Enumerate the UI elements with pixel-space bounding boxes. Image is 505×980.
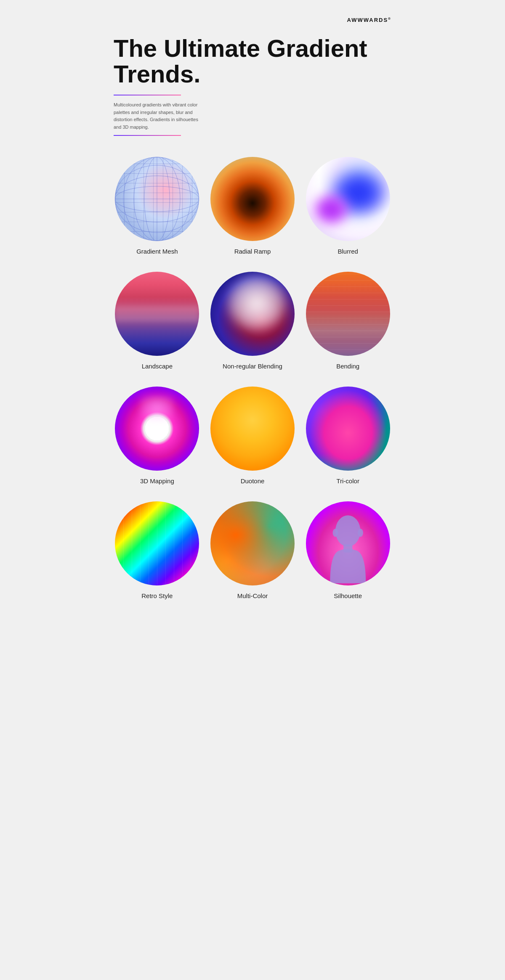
non-regular-circle [210,272,295,356]
svg-point-13 [358,529,363,537]
silhouette-bust-container [306,501,390,585]
duotone-circle [210,387,295,471]
radial-ramp-label: Radial Ramp [234,248,271,255]
svg-point-12 [333,529,338,537]
grid-item-gradient-mesh: Gradient Mesh [114,157,201,255]
grid-item-multi-color: Multi-Color [209,501,296,599]
gradient-mesh-circle [115,157,199,241]
radial-ramp-circle [210,157,295,241]
multi-color-circle [210,501,295,585]
grid-item-non-regular: Non-regular Blending [209,272,296,370]
grid-item-radial-ramp: Radial Ramp [209,157,296,255]
grid-item-silhouette: Silhouette [304,501,391,599]
tri-color-circle [306,387,390,471]
svg-point-10 [335,516,361,547]
hero-divider-bottom [114,135,181,136]
blurred-label: Blurred [338,248,358,255]
grid-item-retro-style: Retro Style [114,501,201,599]
landscape-circle [115,272,199,356]
hero-divider [114,95,181,95]
grid-item-3d-mapping: 3D Mapping [114,387,201,485]
bending-circle [306,272,390,356]
duotone-label: Duotone [241,477,265,485]
retro-style-label: Retro Style [141,592,173,599]
gradient-grid: Gradient Mesh Radial Ramp Blurred Landsc… [114,157,391,599]
hero-title: The Ultimate Gradient Trends. [114,36,391,87]
non-regular-label: Non-regular Blending [223,363,282,370]
landscape-label: Landscape [142,363,173,370]
grid-item-duotone: Duotone [209,387,296,485]
grid-item-tri-color: Tri-color [304,387,391,485]
retro-style-circle [115,501,199,585]
gradient-mesh-label: Gradient Mesh [136,248,178,255]
silhouette-label: Silhouette [334,592,362,599]
grid-item-blurred: Blurred [304,157,391,255]
bending-label: Bending [336,363,359,370]
awwwards-logo: AWWWARDS® [114,17,391,23]
silhouette-circle [306,501,390,585]
grid-item-landscape: Landscape [114,272,201,370]
hero-description: Multicoloured gradients with vibrant col… [114,101,206,131]
grid-item-bending: Bending [304,272,391,370]
3d-mapping-label: 3D Mapping [140,477,174,485]
silhouette-bust-svg [321,514,375,585]
blurred-circle [306,157,390,241]
multi-color-label: Multi-Color [237,592,268,599]
tri-color-label: Tri-color [336,477,359,485]
3d-mapping-circle [115,387,199,471]
